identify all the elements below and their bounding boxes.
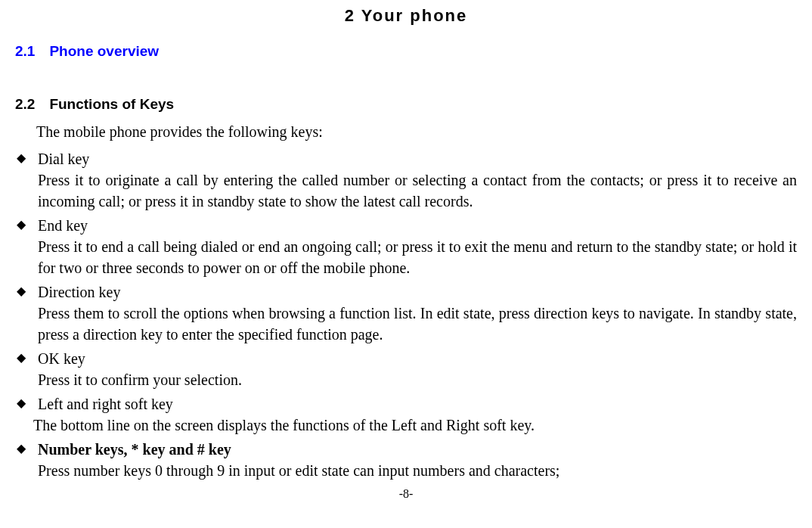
list-item: Direction key Press them to scroll the o… (15, 281, 797, 345)
item-name: Left and right soft key (38, 393, 797, 415)
section-heading-2-2: 2.2 Functions of Keys (15, 95, 797, 115)
item-name: Dial key (38, 148, 797, 169)
intro-text: The mobile phone provides the following … (36, 121, 797, 142)
item-name: Direction key (38, 281, 797, 303)
item-name: End key (38, 215, 797, 236)
list-item: Number keys, * key and # key Press numbe… (15, 439, 797, 481)
chapter-title: 2 Your phone (15, 5, 797, 28)
item-desc: The bottom line on the screen displays t… (33, 415, 797, 436)
item-name: OK key (38, 348, 797, 369)
item-desc: Press it to confirm your selection. (38, 369, 797, 390)
list-item: End key Press it to end a call being dia… (15, 215, 797, 278)
page-number: -8- (15, 486, 797, 502)
item-desc: Press number keys 0 through 9 in input o… (38, 460, 797, 481)
section-heading-2-1: 2.1 Phone overview (15, 42, 797, 62)
item-name: Number keys, * key and # key (38, 439, 797, 460)
item-desc: Press it to end a call being dialed or e… (38, 236, 797, 278)
list-item: OK key Press it to confirm your selectio… (15, 348, 797, 390)
item-desc: Press it to originate a call by entering… (38, 169, 797, 212)
list-item: Dial key Press it to originate a call by… (15, 148, 797, 212)
list-item: Left and right soft key The bottom line … (15, 393, 797, 436)
item-desc: Press them to scroll the options when br… (38, 303, 797, 345)
key-functions-list: Dial key Press it to originate a call by… (15, 148, 797, 481)
